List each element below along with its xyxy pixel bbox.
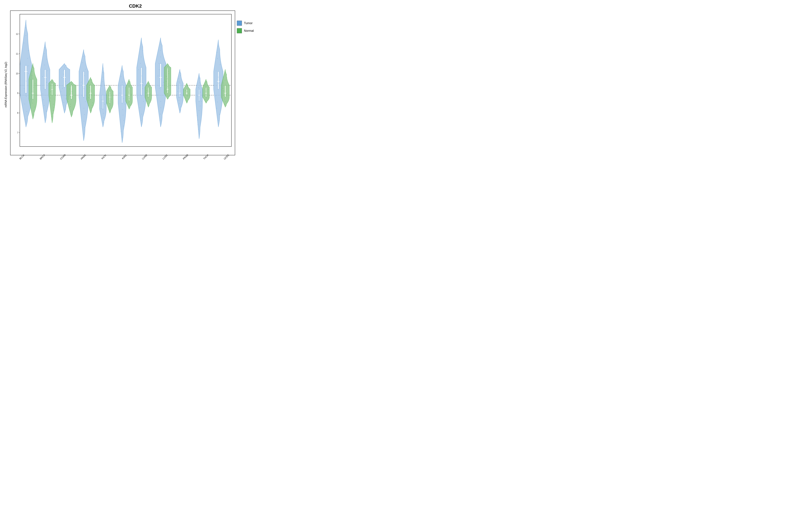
svg-point-330 — [199, 110, 199, 111]
svg-point-271 — [167, 63, 168, 64]
svg-point-344 — [205, 88, 206, 88]
svg-point-23 — [29, 73, 29, 74]
svg-point-387 — [225, 107, 225, 107]
svg-point-21 — [28, 58, 28, 58]
svg-point-227 — [143, 82, 143, 82]
svg-point-98 — [64, 113, 65, 113]
svg-point-331 — [197, 115, 197, 116]
svg-point-164 — [103, 117, 104, 118]
svg-point-106 — [69, 94, 70, 94]
svg-point-39 — [34, 87, 34, 88]
svg-point-58 — [44, 88, 44, 89]
legend-swatch-normal — [237, 28, 242, 33]
svg-point-360 — [220, 64, 220, 65]
svg-point-328 — [201, 101, 201, 102]
svg-point-144 — [89, 100, 89, 101]
svg-point-291 — [178, 78, 179, 79]
legend-area: TumorNormal — [237, 10, 271, 159]
svg-point-159 — [105, 95, 105, 96]
svg-point-259 — [159, 69, 159, 70]
svg-point-368 — [219, 114, 219, 115]
svg-point-35 — [32, 71, 32, 72]
svg-point-19 — [24, 43, 24, 43]
svg-point-233 — [141, 120, 141, 121]
svg-point-297 — [178, 97, 179, 98]
svg-point-88 — [62, 77, 62, 78]
svg-point-139 — [89, 88, 90, 88]
svg-point-336 — [199, 138, 199, 139]
svg-point-357 — [218, 46, 218, 46]
svg-point-215 — [130, 104, 130, 105]
svg-point-28 — [27, 111, 27, 112]
svg-point-300 — [181, 107, 181, 107]
svg-point-241 — [149, 89, 149, 89]
svg-point-276 — [166, 76, 167, 76]
svg-point-126 — [85, 101, 86, 102]
svg-point-379 — [225, 86, 225, 86]
svg-point-353 — [206, 103, 206, 103]
svg-rect-218 — [141, 68, 142, 95]
svg-point-186 — [122, 65, 122, 66]
svg-point-87 — [63, 74, 64, 74]
legend-item-tumor: Tumor — [237, 20, 267, 26]
svg-point-72 — [51, 95, 51, 95]
svg-point-249 — [148, 103, 148, 104]
svg-point-149 — [90, 113, 91, 113]
svg-point-120 — [83, 62, 83, 63]
svg-point-36 — [32, 75, 32, 76]
svg-point-293 — [180, 85, 180, 86]
svg-point-246 — [148, 98, 148, 98]
svg-point-81 — [52, 122, 52, 123]
svg-point-30 — [26, 126, 26, 127]
svg-point-277 — [167, 78, 168, 79]
plot-area: 789101112 — [10, 10, 235, 155]
svg-point-226 — [141, 76, 142, 76]
svg-point-105 — [71, 91, 72, 92]
svg-point-295 — [177, 91, 178, 92]
svg-point-101 — [71, 81, 71, 81]
svg-point-217 — [129, 109, 129, 109]
svg-point-172 — [110, 91, 110, 92]
svg-point-47 — [33, 119, 33, 119]
svg-point-162 — [101, 109, 101, 109]
svg-point-80 — [52, 119, 52, 120]
svg-point-262 — [159, 89, 159, 89]
svg-point-95 — [63, 102, 64, 103]
svg-point-251 — [148, 107, 149, 107]
svg-point-317 — [186, 100, 186, 101]
svg-point-51 — [45, 47, 45, 48]
svg-point-381 — [223, 91, 224, 91]
svg-point-170 — [110, 87, 110, 88]
svg-point-94 — [65, 99, 66, 99]
svg-rect-303 — [187, 89, 187, 95]
svg-point-86 — [63, 70, 64, 71]
svg-point-335 — [199, 134, 200, 134]
svg-point-205 — [129, 83, 129, 84]
svg-point-268 — [160, 126, 161, 127]
svg-point-92 — [61, 92, 61, 92]
x-axis-labels: BLCABRCACOADHNSCKICHKIRCLUADLUSCPRADTHCA… — [10, 155, 235, 159]
svg-point-68 — [52, 82, 52, 83]
svg-text:10: 10 — [16, 72, 18, 75]
svg-point-176 — [111, 99, 112, 99]
svg-point-367 — [216, 108, 217, 108]
svg-point-137 — [91, 82, 92, 83]
svg-point-143 — [89, 98, 89, 98]
svg-point-158 — [105, 91, 105, 91]
svg-point-279 — [168, 83, 168, 84]
legend-label-normal: Normal — [244, 29, 254, 33]
svg-point-50 — [45, 42, 46, 42]
svg-point-182 — [109, 111, 110, 111]
svg-point-22 — [28, 66, 29, 66]
svg-point-108 — [68, 99, 69, 99]
svg-point-165 — [103, 122, 104, 122]
svg-point-59 — [43, 94, 43, 94]
svg-point-211 — [128, 96, 129, 97]
svg-point-239 — [149, 85, 149, 86]
svg-point-55 — [48, 70, 48, 71]
svg-point-113 — [72, 112, 73, 112]
svg-point-376 — [226, 77, 227, 78]
svg-point-124 — [84, 89, 84, 89]
svg-point-110 — [70, 104, 71, 104]
svg-point-348 — [205, 94, 206, 95]
